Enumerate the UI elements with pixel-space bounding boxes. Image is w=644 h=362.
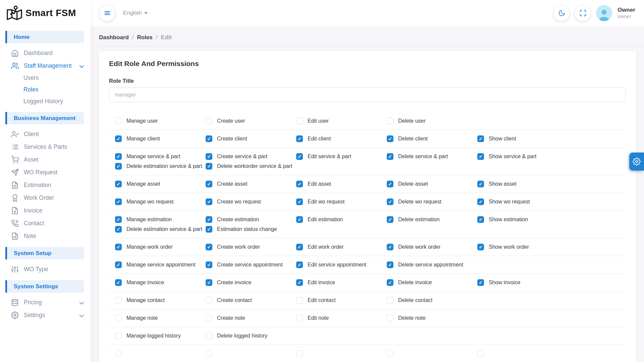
permission-checkbox[interactable]: ✓ bbox=[387, 135, 393, 142]
permission-checkbox[interactable]: ✓ bbox=[477, 216, 484, 223]
permission-checkbox[interactable] bbox=[296, 297, 303, 304]
language-selector[interactable]: English bbox=[123, 10, 148, 16]
permission-checkbox[interactable]: ✓ bbox=[477, 244, 484, 250]
permission-checkbox[interactable]: ✓ bbox=[387, 279, 393, 286]
permission-checkbox[interactable] bbox=[387, 350, 393, 357]
fullscreen-button[interactable] bbox=[575, 5, 591, 21]
role-title-input[interactable] bbox=[109, 87, 626, 102]
permission-checkbox[interactable]: ✓ bbox=[477, 181, 484, 187]
permission-checkbox[interactable]: ✓ bbox=[206, 181, 212, 187]
permission-checkbox[interactable]: ✓ bbox=[115, 244, 122, 250]
sidebar-subitem-roles[interactable]: Roles bbox=[0, 84, 91, 96]
permission-manage-service-appointment: ✓Manage service appointment bbox=[115, 261, 206, 268]
permission-item bbox=[477, 350, 568, 357]
permission-checkbox[interactable]: ✓ bbox=[296, 198, 303, 205]
sidebar-item-work-order[interactable]: Work Order bbox=[0, 191, 91, 204]
permission-checkbox[interactable]: ✓ bbox=[115, 261, 122, 268]
permission-checkbox[interactable]: ✓ bbox=[206, 198, 212, 205]
avatar[interactable] bbox=[596, 5, 612, 21]
permission-checkbox[interactable]: ✓ bbox=[477, 279, 484, 286]
permission-checkbox[interactable]: ✓ bbox=[387, 216, 393, 223]
permission-checkbox[interactable]: ✓ bbox=[115, 163, 122, 170]
breadcrumb: Dashboard / Roles / Edit bbox=[91, 26, 644, 47]
permission-checkbox[interactable] bbox=[296, 315, 303, 321]
permission-checkbox[interactable]: ✓ bbox=[296, 181, 303, 187]
permission-checkbox[interactable]: ✓ bbox=[206, 216, 212, 223]
permission-checkbox[interactable] bbox=[115, 118, 122, 124]
permission-checkbox[interactable] bbox=[206, 333, 212, 339]
check-icon: ✓ bbox=[116, 199, 120, 204]
sidebar-item-wo-request[interactable]: WO Request bbox=[0, 166, 91, 179]
sidebar-item-asset[interactable]: Asset bbox=[0, 153, 91, 166]
permission-checkbox[interactable] bbox=[115, 297, 122, 304]
permission-checkbox[interactable]: ✓ bbox=[296, 216, 303, 223]
sidebar-item-settings[interactable]: Settings bbox=[0, 309, 91, 321]
permission-checkbox[interactable]: ✓ bbox=[206, 163, 212, 170]
permission-checkbox[interactable]: ✓ bbox=[387, 153, 393, 160]
dark-mode-button[interactable] bbox=[554, 5, 570, 21]
permission-checkbox[interactable] bbox=[206, 315, 212, 321]
sidebar-item-client[interactable]: Client bbox=[0, 128, 91, 140]
permission-checkbox[interactable] bbox=[115, 350, 122, 357]
permission-checkbox[interactable]: ✓ bbox=[296, 261, 303, 268]
sidebar-item-wo-type[interactable]: WO Type bbox=[0, 263, 91, 276]
permission-checkbox[interactable]: ✓ bbox=[387, 198, 393, 205]
logo[interactable]: Smart FSM bbox=[0, 0, 91, 26]
permission-checkbox[interactable]: ✓ bbox=[296, 244, 303, 250]
sidebar-item-contact[interactable]: Contact bbox=[0, 217, 91, 230]
permission-checkbox[interactable]: ✓ bbox=[115, 135, 122, 142]
breadcrumb-dashboard[interactable]: Dashboard bbox=[99, 34, 129, 41]
user-role: owner bbox=[618, 13, 635, 20]
permission-checkbox[interactable] bbox=[296, 350, 303, 357]
permission-checkbox[interactable] bbox=[477, 350, 484, 357]
permission-checkbox[interactable]: ✓ bbox=[477, 198, 484, 205]
permission-checkbox[interactable] bbox=[206, 118, 212, 124]
sidebar-item-estimation[interactable]: Estimation bbox=[0, 179, 91, 191]
sidebar-item-invoice[interactable]: Invoice bbox=[0, 204, 91, 217]
permission-checkbox[interactable]: ✓ bbox=[115, 216, 122, 223]
permission-delete-estimation-service-part: ✓Delete estimation service & part bbox=[115, 226, 206, 233]
permission-checkbox[interactable]: ✓ bbox=[115, 198, 122, 205]
permission-checkbox[interactable]: ✓ bbox=[296, 153, 303, 160]
permission-checkbox[interactable] bbox=[115, 333, 122, 339]
permission-checkbox[interactable]: ✓ bbox=[387, 261, 393, 268]
sidebar-item-pricing[interactable]: Pricing bbox=[0, 296, 91, 309]
permission-checkbox[interactable] bbox=[387, 118, 393, 124]
permission-create-client: ✓Create client bbox=[206, 135, 296, 142]
send-icon bbox=[11, 169, 19, 176]
permission-checkbox[interactable] bbox=[296, 118, 303, 124]
permission-checkbox[interactable]: ✓ bbox=[115, 181, 122, 187]
permission-checkbox[interactable] bbox=[206, 350, 212, 357]
permission-checkbox[interactable]: ✓ bbox=[206, 153, 212, 160]
permission-checkbox[interactable]: ✓ bbox=[387, 244, 393, 250]
permission-checkbox[interactable]: ✓ bbox=[387, 181, 393, 187]
permission-checkbox[interactable]: ✓ bbox=[115, 279, 122, 286]
permission-checkbox[interactable] bbox=[115, 315, 122, 321]
permission-row: ✓Manage wo request✓Create wo request✓Edi… bbox=[109, 193, 626, 211]
breadcrumb-roles[interactable]: Roles bbox=[137, 34, 153, 41]
customizer-button[interactable] bbox=[629, 153, 644, 171]
sidebar-item-dashboard[interactable]: Dashboard bbox=[0, 47, 91, 59]
permission-checkbox[interactable]: ✓ bbox=[206, 261, 212, 268]
permission-checkbox[interactable]: ✓ bbox=[206, 226, 212, 233]
permission-checkbox[interactable]: ✓ bbox=[296, 279, 303, 286]
permission-checkbox[interactable]: ✓ bbox=[115, 226, 122, 233]
sidebar-item-services-parts[interactable]: Services & Parts bbox=[0, 140, 91, 153]
permission-checkbox[interactable]: ✓ bbox=[206, 244, 212, 250]
permission-checkbox[interactable]: ✓ bbox=[477, 135, 484, 142]
permission-checkbox[interactable]: ✓ bbox=[296, 135, 303, 142]
permission-checkbox[interactable]: ✓ bbox=[477, 153, 484, 160]
permission-checkbox[interactable]: ✓ bbox=[206, 279, 212, 286]
permission-row: ✓Manage invoice✓Create invoice✓Edit invo… bbox=[109, 274, 626, 292]
sidebar-subitem-users[interactable]: Users bbox=[0, 72, 91, 84]
permission-checkbox[interactable] bbox=[387, 297, 393, 304]
permission-checkbox[interactable] bbox=[206, 297, 212, 304]
sidebar-item-label: Estimation bbox=[24, 182, 51, 189]
sidebar-item-note[interactable]: Note bbox=[0, 230, 91, 242]
sidebar-subitem-logged-history[interactable]: Logged History bbox=[0, 96, 91, 107]
permission-checkbox[interactable] bbox=[387, 315, 393, 321]
sidebar-item-staff-management[interactable]: Staff Management bbox=[0, 59, 91, 72]
permission-checkbox[interactable]: ✓ bbox=[115, 153, 122, 160]
menu-toggle-button[interactable] bbox=[99, 5, 115, 21]
permission-checkbox[interactable]: ✓ bbox=[206, 135, 212, 142]
